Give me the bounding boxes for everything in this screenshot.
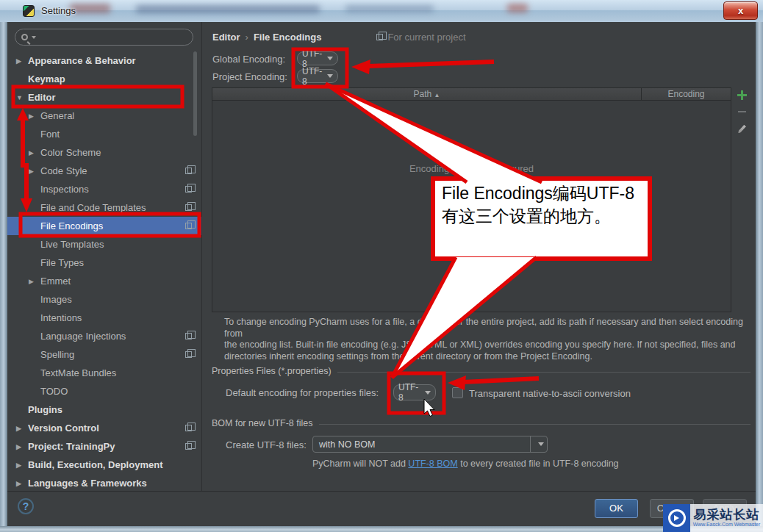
sidebar-item-plugins[interactable]: Plugins <box>7 400 201 419</box>
table-header: Path ▲ Encoding <box>212 88 731 101</box>
chevron-down-icon <box>327 74 333 78</box>
sidebar-item-file-and-code-templates[interactable]: File and Code Templates <box>7 198 201 217</box>
expand-icon[interactable]: ▶ <box>16 461 28 469</box>
expand-icon[interactable]: ▶ <box>16 57 28 65</box>
copy-icon <box>185 186 192 193</box>
bom-section-header: BOM for new UTF-8 files <box>212 418 751 428</box>
breadcrumb: Editor › File Encodings For current proj… <box>212 32 466 43</box>
sidebar-item-spelling[interactable]: Spelling <box>7 345 201 364</box>
sidebar-item-live-templates[interactable]: Live Templates <box>7 235 201 254</box>
sidebar-item-keymap[interactable]: Keymap <box>7 70 201 88</box>
sidebar-item-appearance-behavior[interactable]: ▶Appearance & Behavior <box>7 51 201 70</box>
sidebar-item-label: Color Scheme <box>40 147 101 158</box>
breadcrumb-separator: › <box>246 32 248 43</box>
watermark-text: 易采站长站 <box>694 508 760 522</box>
sidebar-item-label: Keymap <box>28 73 65 85</box>
edit-icon[interactable] <box>737 124 746 134</box>
sidebar-item-editor[interactable]: ▼Editor <box>7 88 201 107</box>
close-button[interactable]: x <box>723 1 758 20</box>
sidebar-item-textmate-bundles[interactable]: TextMate Bundles <box>7 364 201 382</box>
for-current-project-label: For current project <box>376 32 465 43</box>
sidebar-item-general[interactable]: ▶General <box>7 107 201 125</box>
add-icon[interactable] <box>737 90 748 101</box>
transparent-ascii-label: Transparent native-to-ascii conversion <box>469 388 631 399</box>
sidebar-item-label: Live Templates <box>40 239 104 250</box>
global-encoding-label: Global Encoding: <box>212 54 285 65</box>
copy-icon <box>185 351 192 358</box>
column-header-encoding[interactable]: Encoding <box>642 88 731 100</box>
copy-icon <box>185 223 192 229</box>
sort-ascending-icon: ▲ <box>434 92 440 98</box>
sidebar-item-todo[interactable]: TODO <box>7 382 201 400</box>
window-border-bottom <box>0 526 763 532</box>
create-utf8-files-label: Create UTF-8 files: <box>226 439 307 450</box>
sidebar-item-color-scheme[interactable]: ▶Color Scheme <box>7 143 201 162</box>
expand-icon[interactable]: ▶ <box>16 425 28 432</box>
remove-icon[interactable] <box>738 111 746 112</box>
watermark-subtext: Www.Easck.Com Webmaster <box>693 522 761 528</box>
sidebar-item-code-style[interactable]: ▶Code Style <box>7 162 201 180</box>
expand-icon[interactable]: ▶ <box>16 480 28 487</box>
sidebar-item-label: Plugins <box>28 404 62 415</box>
sidebar-item-emmet[interactable]: ▶Emmet <box>7 272 201 290</box>
settings-tree: ▶Appearance & BehaviorKeymap▼Editor▶Gene… <box>7 51 201 491</box>
sidebar-item-label: Language Injections <box>40 331 126 342</box>
transparent-ascii-checkbox[interactable] <box>452 387 463 398</box>
breadcrumb-file-encodings: File Encodings <box>254 32 321 43</box>
sidebar-item-project-trainingpy[interactable]: ▶Project: TrainingPy <box>7 437 201 456</box>
copy-icon <box>185 204 192 211</box>
sidebar-item-font[interactable]: Font <box>7 125 201 143</box>
encoding-help-text: To change encoding PyCharm uses for a fi… <box>224 317 752 362</box>
project-encoding-select[interactable]: UTF-8 <box>297 69 338 83</box>
expand-icon[interactable]: ▶ <box>29 112 40 120</box>
collapse-icon[interactable]: ▼ <box>16 94 28 101</box>
bom-note: PyCharm will NOT add UTF-8 BOM to every … <box>312 459 619 469</box>
default-properties-encoding-label: Default encoding for properties files: <box>226 387 379 398</box>
sidebar-item-inspections[interactable]: Inspections <box>7 180 201 198</box>
chevron-down-icon <box>425 391 431 395</box>
window-border-right <box>756 22 763 532</box>
panel-divider <box>201 22 202 491</box>
search-options-caret-icon[interactable] <box>32 36 36 39</box>
copy-icon <box>185 333 192 339</box>
sidebar-item-label: Languages & Frameworks <box>28 478 147 489</box>
dropdown-button[interactable] <box>530 436 547 452</box>
window-border-left <box>0 22 7 532</box>
sidebar-item-label: Code Style <box>40 165 87 176</box>
sidebar-item-label: File Types <box>40 257 84 268</box>
sidebar-item-label: Images <box>40 294 72 305</box>
chevron-down-icon <box>327 57 333 60</box>
settings-search-input[interactable] <box>15 29 193 46</box>
properties-encoding-select[interactable]: UTF-8 <box>393 384 436 400</box>
expand-icon[interactable]: ▶ <box>16 443 28 450</box>
utf8-bom-link[interactable]: UTF-8 BOM <box>408 459 457 469</box>
background-window-blur <box>0 0 763 22</box>
sidebar-item-file-types[interactable]: File Types <box>7 254 201 272</box>
search-icon <box>21 34 28 40</box>
column-header-path[interactable]: Path ▲ <box>212 88 642 100</box>
sidebar-item-version-control[interactable]: ▶Version Control <box>7 419 201 437</box>
sidebar-item-label: File Encodings <box>40 220 103 231</box>
sidebar-item-images[interactable]: Images <box>7 290 201 309</box>
global-encoding-select[interactable]: UTF-8 <box>297 51 338 65</box>
sidebar-item-build-execution-deployment[interactable]: ▶Build, Execution, Deployment <box>7 456 201 474</box>
copy-icon <box>185 443 192 450</box>
expand-icon[interactable]: ▶ <box>29 278 40 285</box>
sidebar-item-file-encodings[interactable]: File Encodings <box>7 217 201 235</box>
project-encoding-label: Project Encoding: <box>212 71 287 82</box>
expand-icon[interactable]: ▶ <box>29 149 40 157</box>
create-utf8-files-select[interactable]: with NO BOM <box>312 436 548 453</box>
window-title: Settings <box>41 5 76 16</box>
sidebar-item-language-injections[interactable]: Language Injections <box>7 327 201 345</box>
sidebar-item-intentions[interactable]: Intentions <box>7 309 201 327</box>
expand-icon[interactable]: ▶ <box>29 168 40 175</box>
settings-app-icon <box>23 5 35 17</box>
sidebar-item-label: Inspections <box>40 184 89 195</box>
sidebar-item-languages-frameworks[interactable]: ▶Languages & Frameworks <box>7 474 201 491</box>
help-button[interactable]: ? <box>18 498 34 514</box>
copy-icon <box>185 168 192 174</box>
ok-button[interactable]: OK <box>595 499 638 518</box>
breadcrumb-editor[interactable]: Editor <box>212 32 240 43</box>
sidebar-item-label: General <box>40 110 74 121</box>
sidebar-item-label: Project: TrainingPy <box>28 441 115 452</box>
